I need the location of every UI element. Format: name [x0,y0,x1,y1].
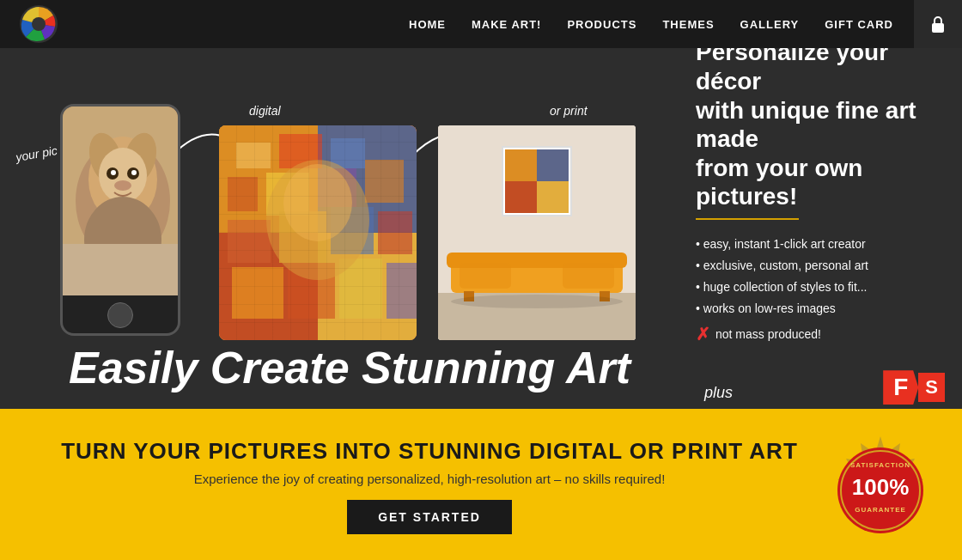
room-image [438,125,636,340]
bullet-2: exclusive, custom, personal art [696,255,945,277]
nav-lock-button[interactable] [914,0,962,48]
svg-rect-34 [232,267,283,319]
svg-point-1 [32,17,46,31]
svg-point-54 [451,295,623,308]
svg-rect-23 [236,143,271,168]
satisfaction-badge: SATISFACTION 100% GUARANTEE [825,435,928,538]
hero-heading: Personalize your décor with unique fine … [696,48,945,211]
svg-rect-46 [505,181,537,213]
svg-rect-35 [288,263,335,319]
nav-gallery[interactable]: GALLERY [740,18,800,31]
svg-rect-30 [228,220,271,263]
svg-rect-44 [505,149,537,181]
svg-point-14 [114,180,131,191]
svg-rect-22 [318,233,417,340]
svg-rect-33 [378,211,412,254]
svg-text:SATISFACTION: SATISFACTION [850,461,910,469]
hero-main-title: Easily Create Stunning Art [69,342,630,393]
plus-free-section: plus F S [696,356,945,409]
svg-rect-25 [331,138,365,168]
nav-home[interactable]: HOME [409,18,446,31]
svg-rect-2 [932,23,944,33]
digital-label: digital [249,104,281,118]
svg-text:100%: 100% [852,474,910,500]
nav-themes[interactable]: THEMES [662,18,714,31]
svg-point-13 [131,170,137,175]
yellow-band-subtext: Experience the joy of creating personali… [34,472,825,486]
svg-rect-20 [318,125,417,233]
badge-spikes: SATISFACTION 100% GUARANTEE [825,435,936,546]
or-print-label: or print [550,104,588,118]
art-painting [219,125,417,340]
art-inner [219,125,417,340]
yellow-band-section: TURN YOUR PICTURES INTO STUNNING DIGITAL… [0,409,962,560]
nav-links: HOME MAKE ART! PRODUCTS THEMES GALLERY G… [409,18,893,31]
bullet-4: works on low-res images [696,298,945,320]
nav-products[interactable]: PRODUCTS [567,18,636,31]
svg-point-12 [111,170,116,175]
room-scene [438,125,636,340]
yellow-band-content: TURN YOUR PICTURES INTO STUNNING DIGITAL… [34,438,825,534]
svg-rect-16 [63,244,178,295]
no-mass-produced: ✗ not mass produced! [696,324,945,344]
free-text: S [918,373,945,402]
svg-rect-18 [219,125,417,340]
get-started-button[interactable]: GET STARTED [347,500,512,534]
bullet-1: easy, instant 1-click art creator [696,234,945,255]
gold-divider [696,218,799,220]
svg-rect-26 [228,177,258,211]
navbar: HOME MAKE ART! PRODUCTS THEMES GALLERY G… [0,0,962,48]
svg-rect-37 [387,263,417,319]
svg-rect-19 [219,125,318,233]
svg-rect-32 [331,207,374,254]
x-icon: ✗ [696,324,710,344]
svg-rect-45 [537,149,569,181]
svg-rect-31 [279,211,326,263]
hero-bullets: easy, instant 1-click art creator exclus… [696,234,945,320]
plus-label: plus [696,367,876,409]
svg-point-39 [283,164,352,241]
svg-text:GUARANTEE: GUARANTEE [855,506,906,514]
hero-right: Personalize your décor with unique fine … [687,48,962,409]
svg-rect-52 [460,263,511,289]
your-pic-label: your pic [15,143,58,164]
svg-point-9 [99,148,147,203]
lock-icon [930,15,946,33]
phone-mockup [60,104,180,336]
hero-section: your pic [0,48,962,409]
svg-rect-53 [563,263,614,289]
svg-rect-21 [219,233,318,340]
room-bg [438,125,636,340]
phone-screen [63,107,178,295]
nav-make-art[interactable]: MAKE ART! [472,18,541,31]
dog-photo [63,107,178,295]
phone-home-button [107,302,133,328]
svg-rect-36 [339,259,382,319]
svg-rect-28 [318,168,356,207]
hero-left: your pic [0,48,687,409]
svg-rect-47 [537,181,569,213]
svg-point-38 [266,160,369,280]
bullet-3: huge collection of styles to fit... [696,277,945,298]
svg-rect-24 [279,134,322,168]
logo-icon [17,3,60,46]
free-badge: F [883,370,918,405]
digital-art-image [219,125,417,340]
svg-rect-27 [266,173,309,216]
yellow-band-heading: TURN YOUR PICTURES INTO STUNNING DIGITAL… [34,438,825,465]
nav-gift-card[interactable]: GIFT CARD [825,18,893,31]
logo[interactable] [17,3,60,46]
svg-rect-29 [365,160,404,203]
